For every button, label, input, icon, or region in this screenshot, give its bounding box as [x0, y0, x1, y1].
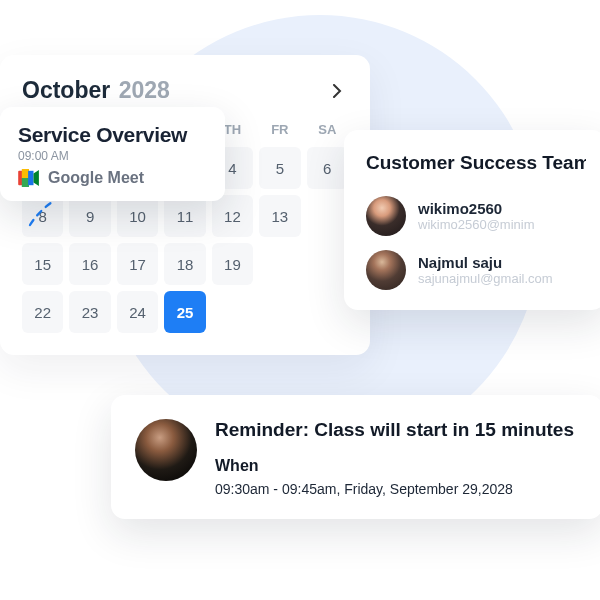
service-time: 09:00 AM — [18, 149, 207, 163]
calendar-date-cell[interactable]: 13 — [259, 195, 300, 237]
calendar-month: October — [22, 77, 110, 103]
calendar-date-cell[interactable]: 25 — [164, 291, 205, 333]
avatar — [135, 419, 197, 481]
calendar-card: October 2028 SUMOTUWETHFRSA 345689101112… — [0, 55, 370, 355]
reminder-when-value: 09:30am - 09:45am, Friday, September 29,… — [215, 481, 574, 497]
calendar-date-cell[interactable]: 24 — [117, 291, 158, 333]
calendar-header: October 2028 — [22, 77, 348, 104]
customer-name: wikimo2560 — [418, 200, 535, 217]
calendar-dow-cell: SA — [307, 118, 348, 141]
calendar-date-cell[interactable]: 19 — [212, 243, 253, 285]
calendar-date-cell[interactable]: 12 — [212, 195, 253, 237]
calendar-date-cell[interactable]: 22 — [22, 291, 63, 333]
calendar-date-cell — [259, 291, 300, 333]
customer-row[interactable]: wikimo2560 wikimo2560@minim — [366, 196, 586, 236]
google-meet-row[interactable]: Google Meet — [18, 169, 207, 187]
calendar-date-cell[interactable]: 5 — [259, 147, 300, 189]
svg-rect-1 — [22, 169, 29, 178]
calendar-date-cell — [212, 291, 253, 333]
service-title: Service Overview — [18, 123, 207, 147]
calendar-date-cell[interactable]: 17 — [117, 243, 158, 285]
customer-email: wikimo2560@minim — [418, 217, 535, 232]
calendar-year: 2028 — [119, 77, 170, 103]
reminder-title: Reminder: Class will start in 15 minutes — [215, 419, 574, 441]
reminder-when-label: When — [215, 457, 574, 475]
next-month-button[interactable] — [326, 80, 348, 102]
google-meet-label: Google Meet — [48, 169, 144, 187]
calendar-date-cell[interactable]: 8 — [22, 195, 63, 237]
chevron-right-icon — [332, 84, 342, 98]
calendar-date-cell[interactable]: 23 — [69, 291, 110, 333]
calendar-date-cell — [259, 243, 300, 285]
calendar-date-cell — [307, 243, 348, 285]
calendar-month-year: October 2028 — [22, 77, 170, 104]
calendar-date-cell[interactable]: 6 — [307, 147, 348, 189]
calendar-date-cell — [307, 291, 348, 333]
service-overview-card[interactable]: Service Overview 09:00 AM Google Meet — [0, 107, 225, 201]
customer-row[interactable]: Najmul saju sajunajmul@gmail.com — [366, 250, 586, 290]
svg-rect-2 — [22, 178, 29, 187]
reminder-card[interactable]: Reminder: Class will start in 15 minutes… — [111, 395, 600, 519]
customer-card-title: Customer Success Team — [366, 152, 586, 174]
calendar-date-cell[interactable]: 10 — [117, 195, 158, 237]
google-meet-icon — [18, 169, 40, 187]
calendar-date-cell — [307, 195, 348, 237]
calendar-dow-cell: FR — [259, 118, 300, 141]
calendar-date-cell[interactable]: 11 — [164, 195, 205, 237]
svg-rect-3 — [28, 171, 33, 185]
calendar-date-cell[interactable]: 9 — [69, 195, 110, 237]
avatar — [366, 250, 406, 290]
customer-name: Najmul saju — [418, 254, 553, 271]
calendar-date-cell[interactable]: 15 — [22, 243, 63, 285]
avatar — [366, 196, 406, 236]
customer-email: sajunajmul@gmail.com — [418, 271, 553, 286]
calendar-date-cell[interactable]: 18 — [164, 243, 205, 285]
calendar-date-cell[interactable]: 16 — [69, 243, 110, 285]
customer-success-card: Customer Success Team wikimo2560 wikimo2… — [344, 130, 600, 310]
